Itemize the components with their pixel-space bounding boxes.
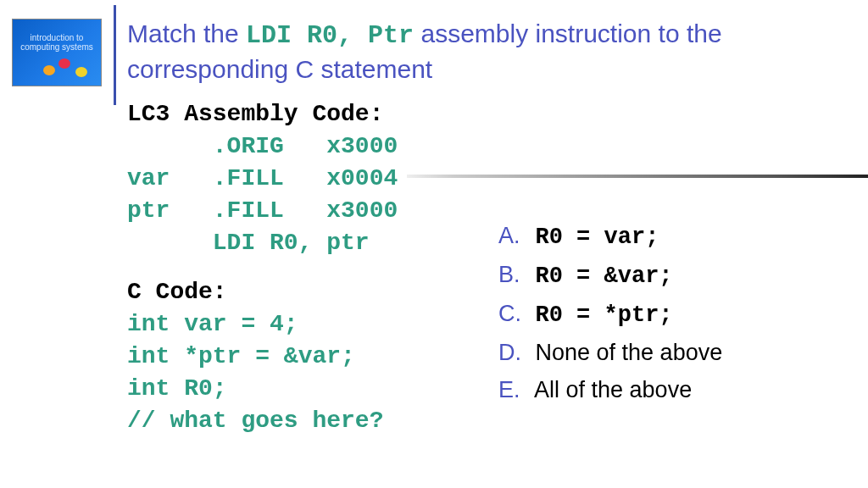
option-label: E. <box>498 371 529 408</box>
asm-line: var .FILL x0004 <box>127 163 398 195</box>
answer-option-e[interactable]: E. All of the above <box>498 371 722 408</box>
option-label: C. <box>498 295 529 332</box>
asm-line: .ORIG x3000 <box>127 130 398 163</box>
title-pre: Match the <box>127 19 246 47</box>
c-code-block: C Code: int var = 4; int *ptr = &var; in… <box>127 276 383 437</box>
asm-line: ptr .FILL x3000 <box>127 195 398 227</box>
assembly-code-block: LC3 Assembly Code: .ORIG x3000 var .FILL… <box>127 98 398 259</box>
slide: introduction to computing systems Match … <box>0 0 868 488</box>
cover-dot-icon <box>43 65 55 75</box>
option-label: B. <box>498 256 529 293</box>
assembly-header: LC3 Assembly Code: <box>127 98 398 130</box>
asm-line: LDI R0, ptr <box>127 227 398 259</box>
option-text: All of the above <box>534 377 692 402</box>
cover-dot-icon <box>75 67 87 77</box>
option-text: R0 = var; <box>536 225 659 250</box>
answer-options: A. R0 = var; B. R0 = &var; C. R0 = *ptr;… <box>498 217 722 408</box>
answer-option-b[interactable]: B. R0 = &var; <box>498 256 722 295</box>
book-cover-thumbnail: introduction to computing systems <box>12 19 102 86</box>
slide-title: Match the LDI R0, Ptr assembly instructi… <box>127 17 834 86</box>
title-code: LDI R0, Ptr <box>246 21 414 50</box>
c-line: int R0; <box>127 373 383 405</box>
c-line: int var = 4; <box>127 308 383 341</box>
c-line: // what goes here? <box>127 405 383 437</box>
title-vertical-rule <box>114 5 116 105</box>
option-label: D. <box>498 334 529 371</box>
book-title: introduction to computing systems <box>18 33 96 52</box>
c-header: C Code: <box>127 276 383 308</box>
option-text: R0 = &var; <box>536 263 673 289</box>
cover-dot-icon <box>58 58 70 69</box>
option-text: R0 = *ptr; <box>536 302 673 328</box>
answer-option-a[interactable]: A. R0 = var; <box>498 217 722 256</box>
c-line: int *ptr = &var; <box>127 341 383 373</box>
horizontal-divider <box>407 175 868 178</box>
answer-option-d[interactable]: D. None of the above <box>498 334 722 371</box>
option-label: A. <box>498 217 529 254</box>
option-text: None of the above <box>536 340 723 365</box>
answer-option-c[interactable]: C. R0 = *ptr; <box>498 295 722 334</box>
